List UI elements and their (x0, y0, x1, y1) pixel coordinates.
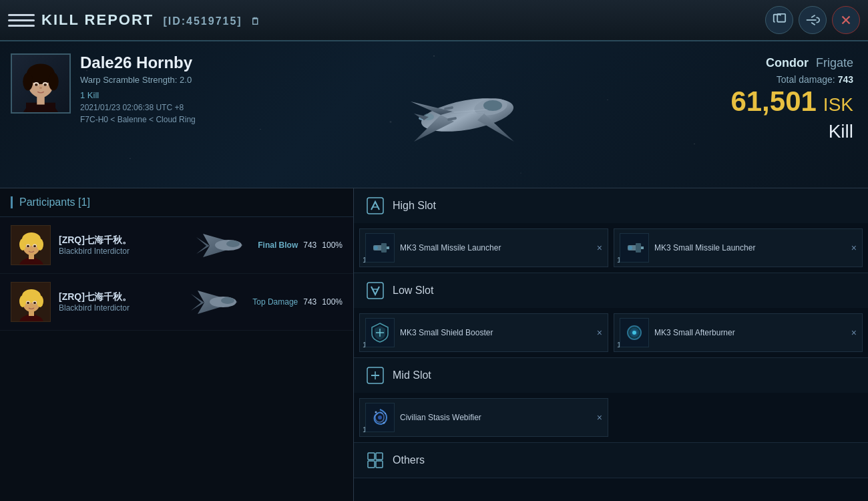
copy-icon: 🗒 (250, 16, 261, 27)
clipboard-button[interactable] (765, 6, 793, 34)
others-header: Others (354, 443, 868, 478)
mid-slot-icon (365, 365, 386, 386)
kill-location: F7C-H0 < Balenne < Cloud Ring (80, 115, 243, 124)
svg-point-48 (226, 240, 240, 247)
svg-rect-75 (636, 243, 641, 253)
total-damage-label: Total damage: (777, 74, 835, 85)
svg-point-71 (374, 246, 378, 250)
stat-damage-2: 743 (303, 297, 316, 307)
participant-name: [ZRQ]七海千秋。 (59, 234, 182, 246)
svg-point-87 (632, 331, 636, 335)
svg-point-17 (43, 84, 47, 86)
mid-slot-items: 1 (354, 393, 868, 442)
report-id: [ID:4519715] (163, 15, 242, 27)
slot-item[interactable]: 1 MK3 Small Missile Launcher × (359, 228, 608, 267)
stat-damage-1: 743 (303, 240, 316, 250)
title-text: KILL REPORT (41, 11, 154, 28)
high-slot-icon (365, 195, 386, 216)
item-x-5: × (597, 412, 602, 423)
participant-info: [ZRQ]七海千秋。 Blackbird Interdictor (59, 291, 176, 313)
item-x-1: × (597, 242, 602, 253)
item-name-high-2: MK3 Small Missile Launcher (654, 243, 843, 253)
stat-type-1: Final Blow (258, 240, 298, 250)
participant-ship-icon (184, 284, 244, 321)
fitting-panel: High Slot 1 (354, 188, 868, 501)
svg-point-96 (375, 411, 377, 413)
item-icon-stasis-webifier (365, 403, 395, 432)
share-button[interactable] (799, 6, 827, 34)
close-button[interactable] (832, 6, 860, 34)
slot-item[interactable]: 1 (359, 398, 608, 437)
svg-point-18 (39, 87, 42, 89)
isk-row: 61,501 ISK (730, 85, 853, 116)
stat-type-2: Top Damage (252, 297, 298, 307)
others-label: Others (393, 454, 425, 466)
high-slot-header: High Slot (354, 188, 868, 223)
item-name-high-1: MK3 Small Missile Launcher (400, 243, 589, 253)
item-x-4: × (851, 327, 857, 338)
page-title: KILL REPORT [ID:4519715] 🗒 (41, 11, 765, 29)
hero-left: Dale26 Hornby Warp Scramble Strength: 2.… (0, 41, 254, 188)
svg-point-42 (27, 245, 29, 248)
svg-rect-78 (367, 283, 383, 299)
hero-right: Condor Frigate Total damage: 743 61,501 … (681, 41, 868, 188)
svg-point-65 (221, 297, 234, 304)
svg-point-21 (483, 100, 502, 111)
svg-point-38 (19, 238, 26, 251)
svg-line-2 (811, 23, 815, 25)
svg-point-97 (383, 422, 385, 424)
ship-class: Condor Frigate (766, 56, 853, 70)
ship-role: Frigate (816, 56, 853, 69)
header: KILL REPORT [ID:4519715] 🗒 (0, 0, 868, 41)
total-damage: Total damage: 743 (777, 74, 853, 85)
svg-point-12 (23, 73, 33, 91)
isk-value: 61,501 (730, 88, 816, 116)
section-bar (11, 196, 13, 208)
participant-avatar (11, 282, 51, 322)
participants-panel: Participants [1] (0, 188, 354, 501)
participant-ship: Blackbird Interdictor (59, 246, 182, 256)
svg-rect-72 (387, 246, 389, 249)
slot-item[interactable]: 1 MK3 S (614, 313, 863, 352)
others-section: Others (354, 443, 868, 478)
participant-stats-1: Final Blow 743 100% (258, 240, 343, 250)
low-slot-section: Low Slot 1 (354, 273, 868, 358)
outcome-label: Kill (829, 121, 853, 142)
stat-pct-2: 100% (322, 297, 343, 307)
total-damage-value: 743 (838, 74, 853, 85)
mid-slot-label: Mid Slot (393, 369, 431, 381)
header-actions (765, 6, 860, 34)
slot-item[interactable]: 1 MK3 Small Shield Booster × (359, 313, 608, 352)
participant-card[interactable]: [ZRQ]七海千秋。 Blackbird Interdictor (0, 217, 353, 274)
svg-point-60 (33, 302, 36, 305)
participant-avatar (11, 225, 51, 265)
item-name-mid-1: Civilian Stasis Webifier (400, 413, 589, 422)
pilot-info: Dale26 Hornby Warp Scramble Strength: 2.… (80, 53, 243, 124)
svg-point-76 (628, 246, 632, 250)
menu-button[interactable] (8, 7, 35, 33)
participant-ship: Blackbird Interdictor (59, 303, 176, 313)
svg-point-43 (33, 245, 36, 248)
low-slot-icon (365, 280, 386, 301)
ship-type: Condor (766, 56, 809, 69)
svg-point-55 (19, 295, 26, 307)
svg-line-1 (811, 15, 815, 18)
item-icon-missile-launcher-2 (620, 233, 649, 263)
low-slot-items: 1 MK3 Small Shield Booster × (354, 308, 868, 357)
participant-card[interactable]: [ZRQ]七海千秋。 Blackbird Interdictor Top Dam… (0, 274, 353, 331)
mid-slot-header: Mid Slot (354, 358, 868, 393)
pilot-avatar (11, 53, 71, 114)
high-slot-items: 1 MK3 Small Missile Launcher × (354, 223, 868, 273)
svg-rect-70 (381, 243, 387, 253)
svg-point-16 (35, 84, 38, 86)
svg-point-56 (37, 295, 43, 307)
isk-label: ISK (823, 94, 853, 116)
participants-label: Participants [1] (19, 196, 90, 208)
svg-rect-102 (376, 461, 383, 468)
svg-rect-101 (368, 461, 375, 468)
svg-rect-100 (376, 453, 383, 460)
item-icon-shield-booster (365, 318, 395, 347)
slot-item[interactable]: 1 MK3 Small Missile Launcher × (614, 228, 863, 267)
svg-point-39 (37, 238, 43, 251)
participant-ship-icon (190, 227, 250, 264)
